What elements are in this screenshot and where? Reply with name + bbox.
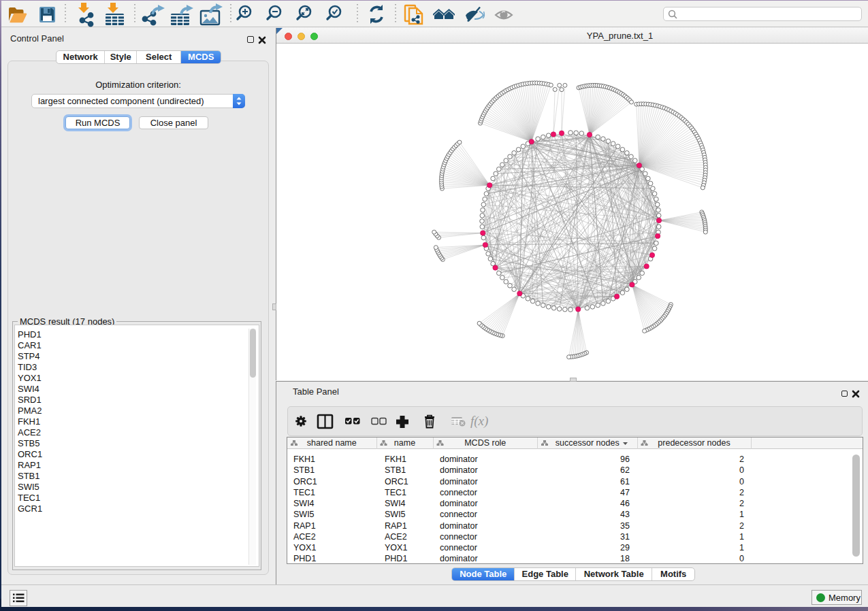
svg-text:f(x): f(x): [470, 414, 488, 429]
